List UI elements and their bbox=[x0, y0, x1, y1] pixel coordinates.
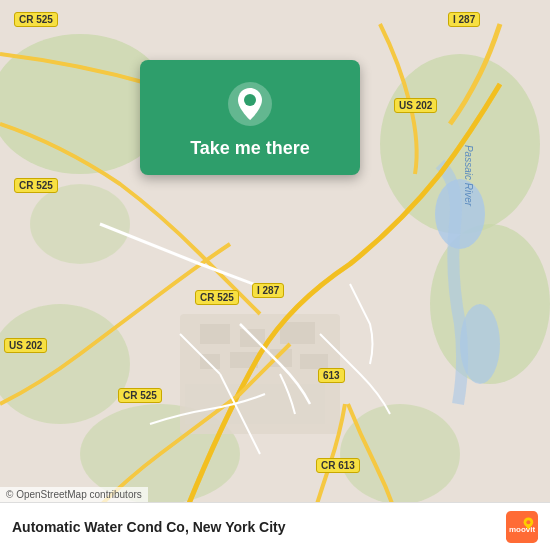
popup-label: Take me there bbox=[190, 138, 310, 159]
svg-rect-11 bbox=[200, 324, 230, 344]
map-container: CR 525 CR 525 CR 525 CR 525 US 202 US 20… bbox=[0, 0, 550, 550]
place-name: Automatic Water Cond Co, New York City bbox=[12, 519, 286, 535]
road-label-cr525-mid: CR 525 bbox=[195, 290, 239, 305]
river-label: Passaic River bbox=[463, 145, 474, 206]
road-label-cr525-bottom: CR 525 bbox=[118, 388, 162, 403]
svg-point-6 bbox=[340, 404, 460, 504]
svg-rect-13 bbox=[280, 322, 315, 344]
svg-text:moovit: moovit bbox=[509, 524, 536, 533]
copyright-text: © OpenStreetMap contributors bbox=[6, 489, 142, 500]
svg-point-7 bbox=[30, 184, 130, 264]
moovit-icon: moovit bbox=[506, 511, 538, 543]
svg-point-20 bbox=[244, 94, 256, 106]
road-label-i287: I 287 bbox=[252, 283, 284, 298]
take-me-there-popup[interactable]: Take me there bbox=[140, 60, 360, 175]
road-label-us202-left: US 202 bbox=[4, 338, 47, 353]
svg-rect-17 bbox=[300, 354, 328, 369]
road-label-i287-top: I 287 bbox=[448, 12, 480, 27]
road-label-cr613: CR 613 bbox=[316, 458, 360, 473]
road-label-613: 613 bbox=[318, 368, 345, 383]
road-label-cr525-top: CR 525 bbox=[14, 12, 58, 27]
bottom-bar: Automatic Water Cond Co, New York City m… bbox=[0, 502, 550, 550]
road-label-cr525-mid-left: CR 525 bbox=[14, 178, 58, 193]
bottom-bar-info: Automatic Water Cond Co, New York City bbox=[12, 519, 286, 535]
svg-point-24 bbox=[526, 520, 530, 524]
road-label-us202-right: US 202 bbox=[394, 98, 437, 113]
location-pin-icon bbox=[226, 80, 274, 128]
copyright-bar: © OpenStreetMap contributors bbox=[0, 487, 148, 502]
moovit-logo: moovit bbox=[506, 511, 538, 543]
